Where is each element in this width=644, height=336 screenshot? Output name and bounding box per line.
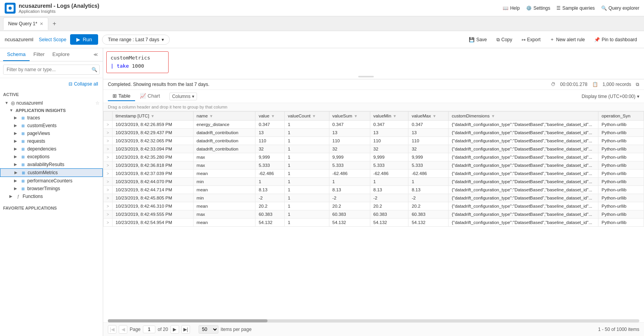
row-expand[interactable]: > <box>104 219 113 227</box>
copy-results-icon[interactable]: ⧉ <box>636 82 639 87</box>
first-page-button[interactable]: |◀ <box>108 325 116 334</box>
col-header-customDimensions[interactable]: customDimensions ▼ <box>449 112 598 121</box>
filter-icon[interactable]: ▼ <box>393 114 397 118</box>
row-expand[interactable]: > <box>104 137 113 145</box>
cell-valueCount: 1 <box>285 170 329 178</box>
sidebar-item-performanceCounters[interactable]: ▶ ⊞ performanceCounters <box>0 177 103 185</box>
sample-queries-button[interactable]: ☰ Sample queries <box>556 5 595 11</box>
data-table-wrapper[interactable]: timestamp [UTC] ▼ name ▼ value ▼ valueCo… <box>103 111 644 319</box>
col-header-timestamp[interactable]: timestamp [UTC] ▼ <box>112 112 193 121</box>
tab-filter[interactable]: Filter <box>30 48 49 61</box>
save-button[interactable]: 💾 Save <box>466 35 489 44</box>
export-button[interactable]: ↦ Export <box>519 35 543 44</box>
horizontal-scrollbar[interactable] <box>108 319 639 322</box>
row-expand[interactable]: > <box>104 153 113 161</box>
tab-close-icon[interactable]: ✕ <box>40 21 43 26</box>
collapse-sidebar-button[interactable]: ≪ <box>92 48 100 61</box>
table-icon: ⊞ <box>20 146 26 152</box>
row-expand[interactable]: > <box>104 170 113 178</box>
cell-valueSum: 13 <box>329 129 370 137</box>
favorite-star-icon[interactable]: ☆ <box>95 100 100 106</box>
pin-to-dashboard-button[interactable]: 📌 Pin to dashboard <box>592 35 639 44</box>
sidebar-item-traces[interactable]: ▶ ⊞ traces <box>0 114 103 122</box>
time-display[interactable]: Display time (UTC+00:00) ▾ <box>582 94 639 99</box>
row-expand[interactable]: > <box>104 161 113 170</box>
columns-dropdown-button[interactable]: Columns ▾ <box>169 93 197 100</box>
results-tab-table[interactable]: ⊞ Table <box>108 91 135 101</box>
run-button[interactable]: ▶ Run <box>70 34 98 45</box>
time-range-button[interactable]: Time range : Last 7 days ▾ <box>102 35 170 45</box>
cell-operation_Syn: Python-urllib <box>598 178 644 186</box>
query-box[interactable]: customMetrics | take 1000 <box>106 51 169 73</box>
cell-operation_Syn: Python-urllib <box>598 121 644 129</box>
query-editor[interactable]: customMetrics | take 1000 <box>103 48 644 79</box>
sidebar-item-availabilityResults[interactable]: ▶ ⊞ availabilityResults <box>0 161 103 168</box>
tab-schema[interactable]: Schema <box>3 48 30 61</box>
workspace-item[interactable]: ▼ ◎ ncusazureml ☆ <box>0 99 103 107</box>
col-header-name[interactable]: name ▼ <box>193 112 255 121</box>
editor-resize-handle[interactable] <box>358 76 374 77</box>
settings-button[interactable]: ⚙️ Settings <box>526 5 550 11</box>
app-insights-section[interactable]: ▼ APPLICATION INSIGHTS <box>0 107 103 114</box>
sidebar-item-customEvents[interactable]: ▶ ⊞ customEvents <box>0 122 103 130</box>
sidebar-item-customMetrics[interactable]: ▶ ⊞ customMetrics <box>0 168 103 177</box>
sidebar-item-pageViews[interactable]: ▶ ⊞ pageViews <box>0 130 103 137</box>
row-expand[interactable]: > <box>104 210 113 219</box>
search-input[interactable] <box>3 65 100 75</box>
cell-valueCount: 1 <box>285 186 329 194</box>
add-tab-button[interactable]: + <box>50 19 59 28</box>
cell-value: 54.132 <box>255 219 285 227</box>
cell-name: max <box>193 153 255 161</box>
new-alert-rule-button[interactable]: ＋ New alert rule <box>547 35 587 44</box>
tab-bar: New Query 1* ✕ + <box>0 16 644 31</box>
tab-explore[interactable]: Explore <box>49 48 74 61</box>
query-duration: 00:00:01.278 <box>560 82 588 87</box>
cell-valueSum: 54.132 <box>329 219 370 227</box>
col-header-valueMax[interactable]: valueMax ▼ <box>408 112 449 121</box>
cell-customDimensions: {"datadrift_configuration_type":"Dataset… <box>449 178 598 186</box>
help-button[interactable]: 📖 Help <box>503 5 520 11</box>
cell-timestamp: 10/23/2019, 8:42:32.065 PM <box>112 137 193 145</box>
filter-icon[interactable]: ▼ <box>433 114 436 118</box>
row-expand[interactable]: > <box>104 194 113 202</box>
query-explorer-icon: 🔍 <box>601 5 607 11</box>
items-per-page-select[interactable]: 50 100 200 <box>199 325 218 334</box>
filter-icon[interactable]: ▼ <box>209 114 213 118</box>
sidebar-item-browserTimings[interactable]: ▶ ⊞ browserTimings <box>0 185 103 192</box>
col-header-value[interactable]: value ▼ <box>255 112 285 121</box>
collapse-icon: ⊟ <box>69 81 72 87</box>
col-header-operation_Syn[interactable]: operation_Syn <box>598 112 644 121</box>
cell-valueCount: 1 <box>285 145 329 153</box>
scrollbar-thumb[interactable] <box>108 319 267 322</box>
tab-new-query[interactable]: New Query 1* ✕ <box>3 18 48 30</box>
filter-icon[interactable]: ▼ <box>491 114 495 118</box>
next-page-button[interactable]: ▶ <box>171 325 179 334</box>
col-header-valueCount[interactable]: valueCount ▼ <box>285 112 329 121</box>
last-page-button[interactable]: ▶| <box>181 325 190 334</box>
row-expand[interactable]: > <box>104 186 113 194</box>
filter-icon[interactable]: ▼ <box>151 114 155 118</box>
filter-icon[interactable]: ▼ <box>312 114 316 118</box>
page-number-input[interactable] <box>143 326 155 333</box>
results-tab-chart[interactable]: 📈 Chart <box>135 91 165 101</box>
cell-valueMin: 110 <box>370 137 408 145</box>
col-header-valueSum[interactable]: valueSum ▼ <box>329 112 370 121</box>
row-expand[interactable]: > <box>104 129 113 137</box>
sidebar-item-requests[interactable]: ▶ ⊞ requests <box>0 137 103 145</box>
select-scope-button[interactable]: Select Scope <box>39 37 67 42</box>
filter-icon[interactable]: ▼ <box>354 114 358 118</box>
sidebar-item-functions[interactable]: ▶ ƒ Functions <box>0 192 103 200</box>
query-explorer-button[interactable]: 🔍 Query explorer <box>601 5 639 11</box>
sidebar-item-exceptions[interactable]: ▶ ⊞ exceptions <box>0 153 103 161</box>
copy-button[interactable]: ⧉ Copy <box>494 35 515 44</box>
col-header-valueMin[interactable]: valueMin ▼ <box>370 112 408 121</box>
collapse-all-button[interactable]: ⊟ Collapse all <box>0 80 103 90</box>
row-expand[interactable]: > <box>104 121 113 129</box>
row-expand[interactable]: > <box>104 178 113 186</box>
row-expand[interactable]: > <box>104 145 113 153</box>
sidebar-item-dependencies[interactable]: ▶ ⊞ dependencies <box>0 145 103 153</box>
row-expand[interactable]: > <box>104 202 113 210</box>
prev-page-button[interactable]: ◀ <box>119 325 127 334</box>
cell-valueMax: -62.486 <box>408 170 449 178</box>
filter-icon[interactable]: ▼ <box>271 114 275 118</box>
